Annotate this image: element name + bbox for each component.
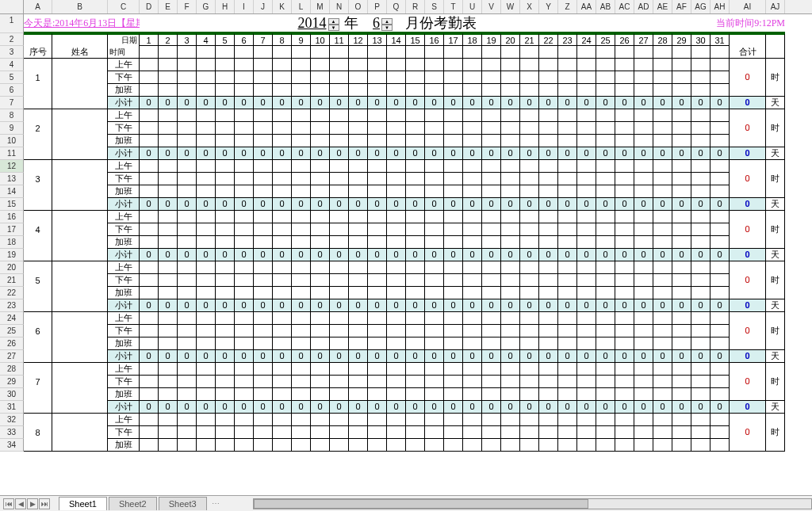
col-header-M[interactable]: M xyxy=(311,0,330,13)
col-header-Q[interactable]: Q xyxy=(387,0,406,13)
col-header-T[interactable]: T xyxy=(444,0,463,13)
col-header-AF[interactable]: AF xyxy=(672,0,691,13)
col-header-U[interactable]: U xyxy=(463,0,482,13)
col-header-F[interactable]: F xyxy=(178,0,197,13)
col-header-AB[interactable]: AB xyxy=(596,0,615,13)
col-header-J[interactable]: J xyxy=(254,0,273,13)
column-headers: ABCDEFGHIJKLMNOPQRSTUVWXYZAAABACADAEAFAG… xyxy=(24,0,812,14)
col-header-R[interactable]: R xyxy=(406,0,425,13)
col-header-E[interactable]: E xyxy=(159,0,178,13)
col-header-AJ[interactable]: AJ xyxy=(766,0,785,13)
col-header-W[interactable]: W xyxy=(501,0,520,13)
col-header-X[interactable]: X xyxy=(520,0,539,13)
col-header-O[interactable]: O xyxy=(349,0,368,13)
col-header-D[interactable]: D xyxy=(140,0,159,13)
col-header-V[interactable]: V xyxy=(482,0,501,13)
col-header-AC[interactable]: AC xyxy=(615,0,634,13)
col-header-G[interactable]: G xyxy=(197,0,216,13)
col-header-A[interactable]: A xyxy=(24,0,52,13)
col-header-AA[interactable]: AA xyxy=(577,0,596,13)
col-header-AD[interactable]: AD xyxy=(634,0,653,13)
col-header-S[interactable]: S xyxy=(425,0,444,13)
col-header-Z[interactable]: Z xyxy=(558,0,577,13)
col-header-C[interactable]: C xyxy=(108,0,140,13)
col-header-N[interactable]: N xyxy=(330,0,349,13)
col-header-K[interactable]: K xyxy=(273,0,292,13)
col-header-P[interactable]: P xyxy=(368,0,387,13)
col-header-AG[interactable]: AG xyxy=(691,0,710,13)
col-header-I[interactable]: I xyxy=(235,0,254,13)
col-header-B[interactable]: B xyxy=(52,0,108,13)
col-header-AH[interactable]: AH xyxy=(710,0,730,13)
col-header-Y[interactable]: Y xyxy=(539,0,558,13)
col-header-AE[interactable]: AE xyxy=(653,0,672,13)
col-header-L[interactable]: L xyxy=(292,0,311,13)
col-header-AI[interactable]: AI xyxy=(730,0,766,13)
col-header-H[interactable]: H xyxy=(216,0,235,13)
select-all-corner[interactable] xyxy=(0,0,24,14)
